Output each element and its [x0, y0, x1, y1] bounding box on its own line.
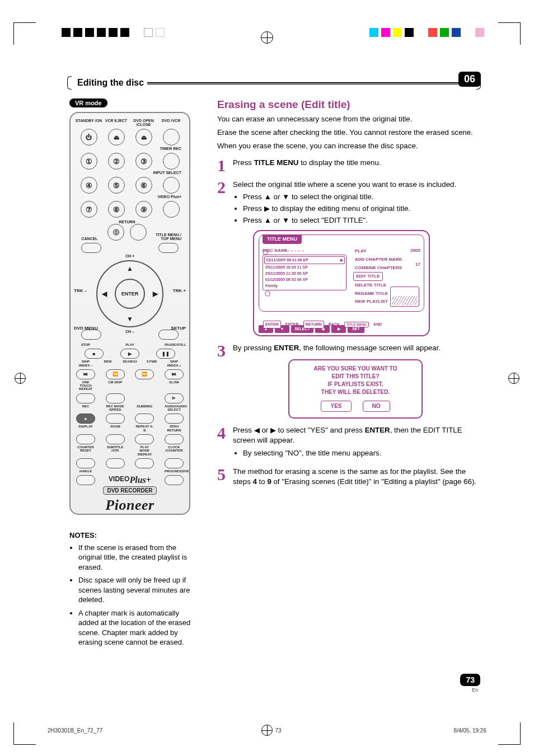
- ffwd-button: ⏩: [135, 369, 154, 379]
- step-5: 5 The method for erasing a scene is the …: [217, 467, 478, 487]
- label-zeroreturn: ZERO RETURN: [165, 425, 184, 432]
- footer: 2H30301B_En_72_77 73 8/4/05, 19:26: [48, 727, 486, 734]
- label-progressive: PROGRESSIVE: [165, 469, 184, 473]
- eject-icon: ⏏: [135, 129, 152, 145]
- arrow-up-icon: ▲: [127, 265, 133, 273]
- label-trk-plus: TRK +: [173, 288, 186, 293]
- num-7: ⑦: [81, 201, 97, 218]
- step-text: Press: [233, 158, 254, 167]
- label-playmode: PLAY MODE /REPEAT: [135, 445, 154, 456]
- notes: NOTES: If the scene is erased from the o…: [69, 530, 198, 651]
- label-onetouch: ONE TOUCH REPEAT: [76, 381, 95, 391]
- page-number: 73: [460, 674, 480, 686]
- cmskip-button: [106, 393, 125, 403]
- dialog-text: ARE YOU SURE YOU WANT TO: [295, 365, 416, 373]
- zeroreturn-button: [165, 434, 184, 444]
- page-lang: En: [472, 687, 478, 693]
- label-dubbing: DUBBING: [135, 405, 154, 412]
- osd-thumbnail: [390, 287, 419, 307]
- label-zoom: ZOOM: [106, 425, 125, 432]
- counterreset-button: [76, 458, 95, 468]
- return-button: [130, 224, 147, 241]
- step-text-bold: 4: [252, 477, 256, 486]
- subtitle-button: [106, 458, 125, 468]
- vr-mode-badge: VR mode: [69, 98, 107, 107]
- skip-prev-button: ⏮: [76, 369, 95, 379]
- rec-button: ●: [76, 414, 95, 424]
- input-select-button: [163, 177, 180, 194]
- title-menu-osd: TITLE MENU ◯ ◯ DISC NAME: – – – – 23/11/…: [253, 230, 430, 336]
- step-bullet: Press ▲ or ▼ to select "EDIT TITLE".: [243, 215, 478, 226]
- label-angle: /ANGLE: [76, 469, 95, 473]
- cancel-button: [81, 243, 101, 253]
- step-text-bold: ENTER: [365, 426, 390, 434]
- notes-heading: NOTES:: [69, 530, 198, 541]
- step-text: By pressing: [233, 344, 274, 352]
- repeatab-button: [135, 434, 154, 444]
- step-text: , the following message screen will appe…: [299, 344, 441, 352]
- step-text: Press ◀ or ▶ to select "YES" and press: [233, 426, 365, 434]
- clock-button: [165, 458, 184, 468]
- display-button: [76, 434, 95, 444]
- registration-icon-left: [15, 373, 26, 384]
- dialog-text: THEY WILL BE DELETED.: [295, 388, 416, 396]
- dialog-yes: YES: [321, 401, 351, 412]
- label-stop: STOP: [76, 343, 95, 346]
- label-title-menu: TITLE MENU / TOP MENU: [153, 233, 181, 241]
- rew-button: ⏪: [106, 369, 125, 379]
- label-cancel: CANCEL: [78, 237, 101, 241]
- videoplus-button: [163, 201, 180, 218]
- dialog-no: NO: [363, 401, 390, 412]
- step-text: Select the original title where a scene …: [233, 180, 456, 189]
- dialog-text: EDIT THIS TITLE?: [295, 373, 416, 381]
- step-number: 3: [217, 343, 233, 358]
- arrow-left-icon: ◀: [102, 290, 107, 298]
- progressive-button: [165, 475, 184, 485]
- onetouch-button: [76, 393, 95, 403]
- dvd-menu-button: [81, 330, 101, 340]
- recmode-button: [106, 414, 125, 424]
- slow-button: ⊳: [165, 393, 184, 403]
- label-timer-rec: TIMER REC: [75, 147, 185, 151]
- step-text-bold: 9: [267, 477, 271, 486]
- label-cmskip: CM SKIP: [106, 381, 125, 391]
- label-play: PLAY: [120, 343, 139, 346]
- label-recmode: REC MODE /SPEED: [106, 405, 125, 412]
- setup-button: [158, 330, 179, 340]
- num-8: ⑧: [108, 201, 125, 218]
- note-item: If the scene is erased from the original…: [78, 543, 198, 572]
- skip-next-button: ⏭: [165, 369, 184, 379]
- dialog-text: IF PLAYLISTS EXIST,: [295, 381, 416, 388]
- step-text: of "Erasing scenes (Edit title)" in "Edi…: [271, 477, 476, 486]
- num-0: ⓪: [107, 224, 124, 241]
- num-1: ①: [81, 153, 97, 170]
- step-number: 1: [217, 158, 233, 173]
- video-logo: VIDEO: [109, 475, 129, 483]
- step-3: 3 By pressing ENTER, the following messa…: [217, 343, 478, 419]
- confirm-dialog: ARE YOU SURE YOU WANT TO EDIT THIS TITLE…: [288, 359, 423, 419]
- label-dvd-vcr: DVD /VCR: [157, 119, 185, 126]
- label-ch-minus: CH –: [113, 330, 147, 340]
- step-text: to: [257, 477, 267, 486]
- label-rec: REC: [76, 405, 95, 412]
- step-bullet: By selecting "NO", the title menu appear…: [243, 448, 478, 459]
- plus-script: Plus+: [129, 475, 151, 485]
- footer-jobname: 2H30301B_En_72_77: [48, 727, 102, 734]
- title-menu-button: [158, 243, 179, 253]
- osd-extra: 2005: [410, 247, 420, 253]
- crop-mark-bl: [13, 722, 36, 745]
- step-text-bold: ENTER: [274, 344, 299, 352]
- num-5: ⑤: [108, 177, 125, 194]
- step-number: 4: [217, 425, 233, 440]
- label-skip-next: SKIP /INDEX +: [165, 360, 184, 367]
- label-input-select: INPUT SELECT: [75, 171, 185, 175]
- label-standby: STANDBY /ON: [75, 119, 102, 126]
- osd-list-item: 29/11/2005 11:30 09 SP: [265, 271, 308, 276]
- keycap-enter: ENTER: [263, 321, 281, 328]
- audio-button: [165, 414, 184, 424]
- pioneer-logo: Pioneer: [75, 497, 185, 514]
- keycap-return: RETURN: [303, 321, 324, 328]
- step-text: to display the title menu.: [298, 158, 381, 167]
- label-repeatab: REPEAT A-B: [135, 425, 154, 432]
- label-subtitle: SUBTITLE /ATR: [106, 445, 125, 456]
